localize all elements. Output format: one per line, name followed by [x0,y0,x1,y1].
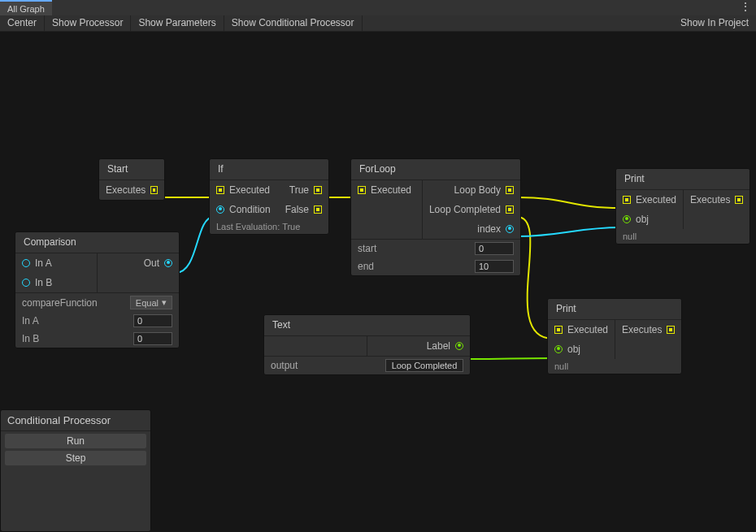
port-obj-in[interactable]: obj [616,210,683,229]
port-executed-in[interactable]: Executed [548,320,615,340]
end-input[interactable] [475,260,514,273]
port-executed-in[interactable]: Executed [616,190,683,210]
in-b-label: In B [22,333,39,344]
port-in-b[interactable]: In B [15,273,97,292]
port-loop-completed[interactable]: Loop Completed [423,200,520,219]
panel-conditional-processor[interactable]: Conditional Processor Run Step [0,409,151,532]
node-title: ForLoop [351,159,520,180]
node-text[interactable]: Text Label output [263,314,471,375]
in-a-input[interactable] [133,314,172,327]
kebab-menu-icon[interactable]: ⋮ [740,0,751,14]
port-executes[interactable]: Executes [99,180,164,200]
panel-title: Conditional Processor [1,410,150,431]
in-b-input[interactable] [133,332,172,345]
node-title: Print [548,299,681,320]
port-executed-in[interactable]: Executed [351,180,422,200]
port-executes-out[interactable]: Executes [684,190,749,210]
port-loop-body[interactable]: Loop Body [423,180,520,200]
tab-label: All Graph [7,4,45,14]
run-button[interactable]: Run [5,434,146,448]
node-print-1[interactable]: Print Executed obj Executes null [615,168,750,244]
node-title: If [210,159,328,180]
node-start[interactable]: Start Executes [98,158,165,201]
toolbar-show-processor[interactable]: Show Processor [45,15,131,31]
start-input[interactable] [475,242,514,255]
port-index[interactable]: index [423,219,520,239]
node-comparison[interactable]: Comparison In A In B Out compareFunction… [15,231,180,348]
tab-all-graph[interactable]: All Graph [0,0,52,15]
port-executed-in[interactable]: Executed [210,180,277,200]
port-label-out[interactable]: Label [367,336,470,356]
node-title: Comparison [15,232,179,253]
in-a-label: In A [22,315,39,327]
port-obj-in[interactable]: obj [548,340,615,359]
port-true-out[interactable]: True [277,180,328,200]
node-title: Start [99,159,164,180]
step-button[interactable]: Step [5,451,146,465]
toolbar-show-in-project[interactable]: Show In Project [673,15,756,31]
node-print-2[interactable]: Print Executed obj Executes null [547,298,682,374]
node-forloop[interactable]: ForLoop Executed Loop Body Loop Complete… [350,158,521,276]
node-title: Print [616,169,749,190]
output-label: output [271,360,298,371]
port-out[interactable]: Out [98,253,179,273]
compare-fn-label: compareFunction [22,297,98,309]
output-input[interactable] [385,359,463,372]
compare-fn-dropdown[interactable]: Equal▾ [130,296,172,309]
chevron-down-icon: ▾ [162,297,167,308]
last-evaluation: Last Evaluation: True [210,219,328,234]
port-executes-out[interactable]: Executes [615,320,681,340]
port-condition-in[interactable]: Condition [210,200,277,219]
toolbar-center[interactable]: Center [0,15,45,31]
toolbar-show-parameters[interactable]: Show Parameters [131,15,224,31]
port-in-a[interactable]: In A [15,253,97,273]
toolbar-show-conditional[interactable]: Show Conditional Processor [224,15,363,31]
null-label: null [548,359,681,374]
port-false-out[interactable]: False [277,200,328,219]
null-label: null [616,229,749,244]
node-title: Text [264,315,470,336]
node-if[interactable]: If Executed Condition True False Last Ev… [209,158,329,235]
end-label: end [358,261,374,272]
start-label: start [358,243,376,254]
